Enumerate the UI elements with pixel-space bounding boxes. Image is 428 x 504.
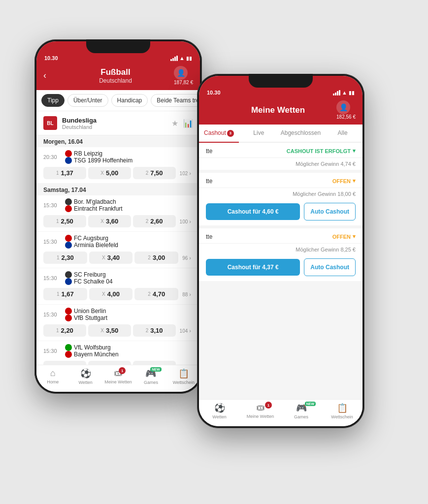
phone-notch: [86, 39, 150, 53]
odds-row-2: 12,50 X3,60 22,60 100 ›: [36, 213, 200, 231]
odd-btn-1-2[interactable]: 12,50: [43, 215, 86, 227]
more-button[interactable]: 102 ›: [178, 170, 193, 176]
match-teams-4: SC Freiburg FC Schalke 04: [65, 271, 193, 285]
user-balance-2: 182,56 €: [336, 114, 356, 120]
bet-card-3: tte OFFEN ▾ Möglicher Gewinn 8,25 € Cash…: [199, 228, 362, 281]
header-title-block: Fußball Deutschland: [57, 67, 174, 84]
user-balance-1: 187,82 €: [174, 80, 193, 85]
wetten-icon: ⚽: [80, 368, 91, 379]
wifi-icon: ▲: [179, 55, 185, 61]
odd-btn-2-4[interactable]: 24,70: [134, 288, 178, 300]
nav-item-wetten-2[interactable]: ⚽ Wetten: [199, 403, 240, 419]
odd-btn-1[interactable]: 11,37: [43, 167, 86, 179]
odd-btn-2-2[interactable]: 22,60: [133, 215, 176, 227]
odd-btn-x-6[interactable]: X3,90: [88, 361, 131, 365]
odd-btn-1-6[interactable]: 13,70: [43, 361, 86, 365]
nav-item-home[interactable]: ⌂ Home: [36, 368, 69, 385]
tab-alle[interactable]: Alle: [323, 125, 362, 142]
nav-item-meine-wetten[interactable]: 1 🎟 Meine Wetten: [102, 368, 134, 385]
match-header-4: 15:30 SC Freiburg FC Schalke 04: [36, 268, 200, 286]
nav-label-home: Home: [47, 379, 59, 384]
chevron-down-icon-2: ▾: [353, 178, 356, 184]
league-name: Bundesliga: [62, 117, 166, 124]
cashout-button-3[interactable]: Cashout für 4,37 €: [206, 259, 300, 276]
team1-icon-4: [65, 271, 72, 278]
odd-btn-1-5[interactable]: 12,20: [43, 324, 86, 337]
nav-item-games[interactable]: NEW 🎮 Games: [134, 368, 167, 385]
match-time-6: 15:30: [43, 348, 61, 354]
phone-notch-2: [249, 74, 313, 88]
match-row-gladbach: 15:30 Bor. M'gladbach Eintracht Frankfur…: [36, 195, 200, 231]
bet-card-header-1: tte CASHOUT IST ERFOLGT ▾: [199, 143, 362, 158]
tab-live[interactable]: Live: [239, 125, 279, 142]
league-country: Deutschland: [62, 124, 166, 130]
bet-card-header-2: tte OFFEN ▾: [199, 173, 362, 188]
league-logo: BL: [43, 116, 57, 130]
nav-item-wetten[interactable]: ⚽ Wetten: [69, 368, 101, 385]
filter-tab-beide-teams[interactable]: Beide Teams treffen: [151, 94, 200, 107]
odd-btn-x[interactable]: X5,00: [88, 167, 131, 179]
cashout-button-2[interactable]: Cashout für 4,60 €: [206, 203, 300, 220]
phone-2-inner: 10.30 ▲ ▮▮ Meine Wetten: [199, 76, 362, 426]
bet-possible-win-1: Möglicher Gewinn 4,74 €: [199, 158, 362, 170]
team2-name: TSG 1899 Hoffenheim: [65, 157, 193, 164]
cashout-success-label: CASHOUT IST ERFOLGT: [287, 148, 351, 154]
team2-icon: [65, 157, 72, 164]
filter-tab-ueber-unter[interactable]: Über/Unter: [67, 94, 108, 107]
back-button[interactable]: ‹: [43, 70, 57, 81]
odd-btn-x-4[interactable]: X4,00: [89, 288, 133, 300]
tab-abgeschlossen[interactable]: Abgeschlossen: [279, 125, 323, 142]
match-time-4: 15:30: [43, 275, 61, 281]
auto-cashout-button-2[interactable]: Auto Cashout: [304, 203, 356, 220]
team1-icon-3: [65, 235, 72, 242]
tab-cashout[interactable]: Cashout3: [199, 125, 239, 143]
favorite-icon[interactable]: ★: [171, 119, 178, 128]
team1-name-5: Union Berlin: [65, 308, 193, 315]
games-badge-new-2: NEW: [305, 402, 316, 406]
filter-tab-handicap[interactable]: Handicap: [111, 94, 148, 107]
matches-scroll[interactable]: BL Bundesliga Deutschland ★ 📊 Morgen, 16…: [36, 111, 200, 365]
status-time-2: 10.30: [207, 90, 221, 95]
odd-btn-2[interactable]: 27,50: [133, 167, 176, 179]
odd-btn-x-3[interactable]: X3,40: [89, 252, 133, 264]
team1-icon: [65, 150, 72, 157]
bets-scroll[interactable]: tte CASHOUT IST ERFOLGT ▾ Möglicher Gewi…: [199, 143, 362, 399]
status-icons-1: ▲ ▮▮: [170, 55, 192, 61]
odd-btn-2-5[interactable]: 23,10: [133, 324, 176, 337]
odd-btn-x-2[interactable]: X3,60: [88, 215, 131, 227]
team2-name-5: VfB Stuttgart: [65, 315, 193, 321]
team1-icon-5: [65, 308, 72, 315]
nav-item-wettschein-2[interactable]: 📋 Wettschein: [322, 403, 362, 419]
match-header: 20:30 RB Leipzig TSG 1899 Hoffenheim: [36, 147, 200, 165]
nav-label-meine-wetten-2: Meine Wetten: [247, 414, 274, 419]
more-button-3[interactable]: 96 ›: [180, 255, 193, 261]
odd-btn-1-4[interactable]: 11,67: [43, 288, 87, 300]
bet-cashout-row-2: Cashout für 4,60 € Auto Cashout: [199, 200, 362, 225]
home-icon: ⌂: [50, 368, 56, 378]
team2-icon-3: [65, 242, 72, 249]
bet-amount-2: tte: [206, 178, 212, 185]
nav-item-meine-wetten-2[interactable]: 1 🎟 Meine Wetten: [240, 403, 281, 419]
odd-btn-2-6[interactable]: 21,90: [133, 361, 176, 365]
user-avatar-2[interactable]: 👤: [336, 100, 350, 114]
nav-item-games-2[interactable]: NEW 🎮 Games: [281, 403, 322, 419]
bet-status-success-1[interactable]: CASHOUT IST ERFOLGT ▾: [287, 148, 356, 154]
bet-possible-win-3: Möglicher Gewinn 8,25 €: [199, 244, 362, 255]
bet-status-open-3[interactable]: OFFEN ▾: [332, 233, 356, 240]
page-subtitle-1: Deutschland: [57, 77, 174, 84]
filter-tab-tipp[interactable]: Tipp: [41, 94, 65, 107]
user-avatar-1[interactable]: 👤: [174, 66, 188, 80]
match-time-2: 15:30: [43, 202, 61, 208]
odd-btn-1-3[interactable]: 12,30: [43, 252, 87, 264]
odd-btn-2-3[interactable]: 23,00: [134, 252, 178, 264]
stats-icon[interactable]: 📊: [183, 119, 193, 128]
more-button-4[interactable]: 88 ›: [180, 291, 193, 297]
bet-status-open-2[interactable]: OFFEN ▾: [332, 178, 356, 184]
wettschein-icon-2: 📋: [337, 403, 348, 413]
odd-btn-x-5[interactable]: X3,50: [88, 324, 131, 337]
page-title-1: Fußball: [57, 67, 174, 77]
auto-cashout-button-3[interactable]: Auto Cashout: [304, 258, 356, 276]
more-button-2[interactable]: 100 ›: [178, 219, 193, 224]
nav-item-wettschein[interactable]: 📋 Wettschein: [167, 368, 200, 385]
more-button-5[interactable]: 104 ›: [178, 328, 193, 334]
